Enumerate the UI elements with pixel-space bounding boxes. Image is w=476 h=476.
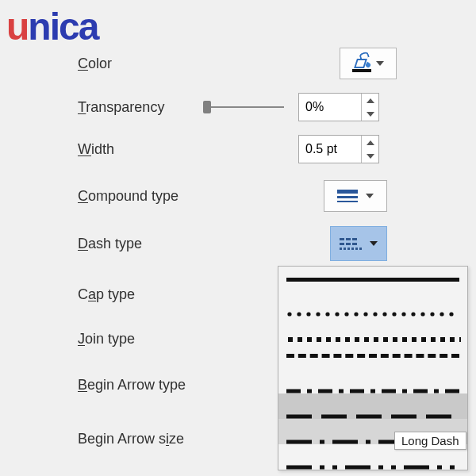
svg-rect-27 xyxy=(374,337,378,342)
dash-option-dash-dot[interactable] xyxy=(278,368,467,393)
width-input[interactable] xyxy=(299,136,361,163)
svg-point-5 xyxy=(335,312,339,316)
svg-rect-20 xyxy=(307,337,312,342)
label-begin-arrow-size: Begin Arrow size xyxy=(78,431,184,447)
svg-point-7 xyxy=(354,312,358,316)
tooltip-dash-type: Long Dash xyxy=(394,432,466,450)
label-compound-type: Compound type xyxy=(78,188,178,205)
width-spinner[interactable] xyxy=(298,135,379,163)
color-picker-button[interactable] xyxy=(340,48,397,79)
row-dash-type: Dash type xyxy=(78,228,476,259)
svg-rect-21 xyxy=(317,337,321,342)
svg-point-3 xyxy=(316,312,320,316)
label-begin-arrow-type: Begin Arrow type xyxy=(78,377,186,393)
brand-logo: unica xyxy=(6,5,98,48)
svg-rect-18 xyxy=(288,337,293,342)
svg-rect-32 xyxy=(421,337,426,342)
paint-bucket-icon xyxy=(352,55,371,72)
chevron-down-icon xyxy=(366,194,374,198)
svg-point-4 xyxy=(325,312,329,316)
label-cap-type: Cap type xyxy=(78,286,135,303)
svg-point-0 xyxy=(287,312,291,316)
svg-rect-24 xyxy=(345,337,350,342)
label-join-type: Join type xyxy=(78,331,135,347)
spinner-up-icon[interactable] xyxy=(362,94,378,107)
svg-rect-36 xyxy=(459,337,461,342)
svg-point-15 xyxy=(430,312,434,316)
svg-point-9 xyxy=(373,312,377,316)
compound-type-button[interactable] xyxy=(324,180,387,212)
svg-point-12 xyxy=(401,312,405,316)
svg-rect-31 xyxy=(412,337,416,342)
svg-point-17 xyxy=(449,312,453,316)
svg-rect-28 xyxy=(383,337,388,342)
svg-point-6 xyxy=(344,312,348,316)
row-color: Color xyxy=(78,48,476,79)
svg-rect-19 xyxy=(298,337,302,342)
dash-type-button[interactable] xyxy=(330,226,387,261)
svg-point-13 xyxy=(411,312,415,316)
svg-point-10 xyxy=(382,312,386,316)
dash-option-dash[interactable] xyxy=(278,343,467,368)
svg-rect-35 xyxy=(450,337,455,342)
dash-preview-icon xyxy=(286,354,459,358)
svg-point-2 xyxy=(306,312,310,316)
compound-lines-icon xyxy=(337,190,358,202)
dash-option-long-dash[interactable] xyxy=(278,393,467,419)
svg-rect-22 xyxy=(326,337,331,342)
svg-rect-26 xyxy=(364,337,369,342)
label-width: Width xyxy=(78,141,114,158)
spinner-up-icon[interactable] xyxy=(362,136,378,149)
label-dash-type: Dash type xyxy=(78,236,142,252)
row-transparency: Transparency xyxy=(78,91,476,123)
svg-rect-34 xyxy=(440,337,445,342)
svg-point-1 xyxy=(297,312,301,316)
dash-option-solid[interactable] xyxy=(278,267,467,292)
label-transparency: Transparency xyxy=(78,99,164,116)
transparency-input[interactable] xyxy=(299,94,361,121)
row-width: Width xyxy=(78,133,476,165)
dash-option-square-dot[interactable] xyxy=(278,317,467,343)
chevron-down-icon xyxy=(370,241,378,246)
svg-rect-33 xyxy=(431,337,436,342)
svg-point-16 xyxy=(440,312,443,316)
svg-point-14 xyxy=(420,312,424,316)
transparency-spinner[interactable] xyxy=(298,93,379,121)
svg-rect-29 xyxy=(393,337,397,342)
dash-option-round-dot[interactable] xyxy=(278,292,467,317)
svg-rect-23 xyxy=(336,337,340,342)
spinner-down-icon[interactable] xyxy=(362,149,378,163)
svg-rect-30 xyxy=(402,337,407,342)
svg-rect-25 xyxy=(355,337,359,342)
svg-point-11 xyxy=(392,312,396,316)
row-compound-type: Compound type xyxy=(78,180,476,212)
dash-preview-icon xyxy=(286,278,459,282)
transparency-slider[interactable] xyxy=(205,102,284,113)
label-color: Color xyxy=(78,56,112,72)
dash-type-icon xyxy=(340,238,363,250)
chevron-down-icon xyxy=(376,61,384,66)
svg-point-8 xyxy=(363,312,367,316)
spinner-down-icon[interactable] xyxy=(362,107,378,121)
